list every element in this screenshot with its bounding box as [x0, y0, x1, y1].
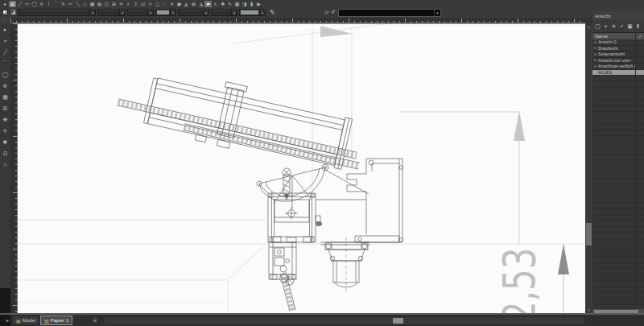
grid-tool-icon[interactable]: ⊞ [110, 1, 118, 7]
property-combo-pen-color[interactable]: ▾ [239, 9, 266, 16]
measure-tool-icon[interactable]: ⟋ [161, 1, 168, 7]
new-view-icon[interactable]: ▢ [594, 22, 601, 31]
horizontal-scrollbar-handle[interactable] [393, 318, 403, 324]
line-tool-icon[interactable]: ╱ [16, 1, 23, 7]
diamond-tool-icon[interactable]: ◇ [81, 1, 89, 7]
drawing-canvas[interactable]: 2,53 [18, 23, 585, 313]
apply-view-icon[interactable]: ✓ [618, 22, 625, 31]
chevron-down-icon[interactable]: ▾ [89, 10, 95, 15]
fill-swatch[interactable] [2, 10, 8, 15]
grid-tool-icon[interactable]: ⊞ [1, 104, 10, 113]
parallelogram-tool-icon[interactable]: ▱ [147, 1, 154, 7]
chevron-down-icon[interactable]: ▾ [170, 10, 175, 15]
rectangle-tool-icon[interactable]: ▭ [23, 1, 31, 7]
angle-tool-icon[interactable]: ∧ [212, 1, 219, 7]
scroll-down-icon[interactable]: ▾ [585, 307, 592, 313]
brush-icon[interactable]: ◪ [10, 9, 17, 16]
hatch-tool-icon[interactable]: ▦ [89, 1, 96, 7]
arc-tool-icon[interactable]: ⌒ [52, 1, 60, 7]
crosshair-tool-icon[interactable]: ✛ [1, 126, 10, 136]
chevron-down-icon[interactable]: ▾ [259, 10, 265, 15]
origin-tool-icon[interactable]: ⌂ [1, 160, 10, 170]
half-box-tool-icon[interactable]: ◨ [241, 1, 248, 7]
views-table-header[interactable]: Name ✓ [592, 33, 644, 39]
polyline-tool-icon[interactable]: ⌇ [45, 1, 52, 7]
edit-tool-icon[interactable]: ✎ [226, 1, 233, 7]
view-check-cell[interactable] [635, 39, 644, 45]
view-row[interactable]: ⊡ALLES [592, 70, 644, 76]
property-combo-style[interactable]: ▾ [18, 9, 96, 16]
column-check-icon[interactable]: ✓ [635, 33, 644, 39]
property-combo-pen-style[interactable]: ▾ [97, 9, 126, 16]
view-row[interactable]: ⊡Ansicht 0 [592, 39, 644, 46]
property-combo-pen-width[interactable]: ▾ [155, 9, 176, 16]
square-tool-icon[interactable]: ◻ [154, 1, 161, 7]
hatch-tool-icon[interactable]: ▦ [1, 93, 10, 102]
property-combo-line-scale[interactable]: ▾ [211, 9, 237, 16]
dimension-tool-icon[interactable]: Ω [1, 149, 10, 159]
pen-icon[interactable]: ✎ [270, 9, 275, 16]
view-row[interactable]: ⊡Draufsicht [592, 46, 644, 52]
export-view-icon[interactable]: ⬆ [634, 22, 642, 31]
contrast-tool-icon[interactable]: ◐ [125, 1, 132, 7]
vertical-scrollbar-handle[interactable] [586, 223, 592, 246]
window-tool-icon[interactable]: ◫ [103, 1, 110, 7]
box-tool-icon[interactable]: ⊡ [139, 1, 147, 7]
fill-bucket-icon[interactable]: ✐ [331, 9, 336, 15]
chevron-down-icon[interactable]: ▾ [119, 10, 125, 15]
wedge-left-tool-icon[interactable]: ◭ [183, 1, 190, 7]
vertical-scrollbar[interactable]: ▴ ▾ [585, 23, 592, 313]
circle-tool-icon[interactable]: ◯ [31, 1, 38, 7]
zoom-tool-icon[interactable]: ⊕ [1, 81, 10, 91]
circle-tool-icon[interactable]: ◯ [1, 70, 10, 80]
column-name[interactable]: Name [592, 33, 635, 39]
delete-tool-icon[interactable]: ✕ [168, 1, 175, 7]
chevron-down-icon[interactable]: ▾ [203, 10, 208, 15]
save-view-icon[interactable]: ▣ [626, 22, 634, 31]
add-sheet-button[interactable]: + [91, 316, 99, 324]
pen-tool-icon[interactable]: ✎ [60, 1, 67, 7]
text-tool-icon[interactable]: A [38, 1, 45, 7]
set-view-icon[interactable]: ⌖ [602, 22, 609, 31]
ruler-origin-button[interactable]: ▫ [0, 18, 10, 23]
sketch-tool-icon[interactable]: ▨ [9, 1, 16, 7]
marquee-tool-icon[interactable]: ⌖ [1, 36, 10, 46]
sheet-nav-icon[interactable]: ▸ [6, 317, 9, 323]
move-tool-icon[interactable]: ✛ [118, 1, 125, 7]
backslash-tool-icon[interactable]: ╲ [74, 1, 81, 7]
pattern-tool-icon[interactable]: ▩ [233, 1, 241, 7]
sheet-tab-model[interactable]: ▤Model [12, 316, 39, 325]
chevron-down-icon[interactable]: ▾ [147, 10, 153, 15]
layers-tool-icon[interactable]: ▤ [96, 1, 103, 7]
view-row[interactable]: ⊡Seitenansicht [592, 52, 644, 58]
sheet-tab-papier-1[interactable]: ▥Papier 1 [40, 316, 72, 325]
swatch-tool-icon[interactable]: ▰ [204, 1, 212, 7]
wedge-right-tool-icon[interactable]: ◮ [197, 1, 204, 7]
view-check-cell[interactable] [635, 64, 644, 69]
view-row[interactable]: ⊡Ansicht von vorn [592, 58, 644, 64]
bar-tool-icon[interactable]: ▮ [248, 1, 255, 7]
crossbox-tool-icon[interactable]: ⊠ [190, 1, 197, 7]
stroke-style-icon[interactable]: ▱ [324, 9, 328, 15]
pan-tool-icon[interactable]: ✥ [1, 115, 10, 125]
select-tool-icon[interactable]: ▸ [1, 25, 10, 35]
chevron-down-icon[interactable]: ▾ [231, 10, 237, 15]
view-check-cell[interactable] [635, 58, 644, 64]
property-combo-line-end[interactable]: ▾ [178, 9, 209, 16]
scissors-tool-icon[interactable]: ✄ [67, 1, 74, 7]
snap-tool-icon[interactable]: ✱ [1, 138, 10, 147]
delete-view-icon[interactable]: ✕ [610, 22, 617, 31]
view-row[interactable]: ⊡Anschluss seitlich L+R [592, 64, 644, 70]
arc-tool-icon[interactable]: ⌒ [1, 59, 10, 68]
horizontal-scrollbar[interactable] [105, 317, 584, 324]
add-tool-icon[interactable]: ✚ [219, 1, 226, 7]
play-tool-icon[interactable]: ▶ [255, 1, 262, 7]
scroll-up-icon[interactable]: ▴ [585, 23, 592, 30]
chevron-down-icon[interactable]: ▾ [434, 10, 440, 16]
property-combo-pen-pattern[interactable]: ▾ [127, 9, 154, 16]
view-check-cell[interactable] [635, 52, 644, 57]
layer-combo[interactable]: ▾ [338, 9, 441, 17]
list-tool-icon[interactable]: ≡ [132, 1, 139, 7]
fill-tool-icon[interactable]: ▣ [175, 1, 183, 7]
view-check-cell[interactable] [635, 46, 644, 52]
